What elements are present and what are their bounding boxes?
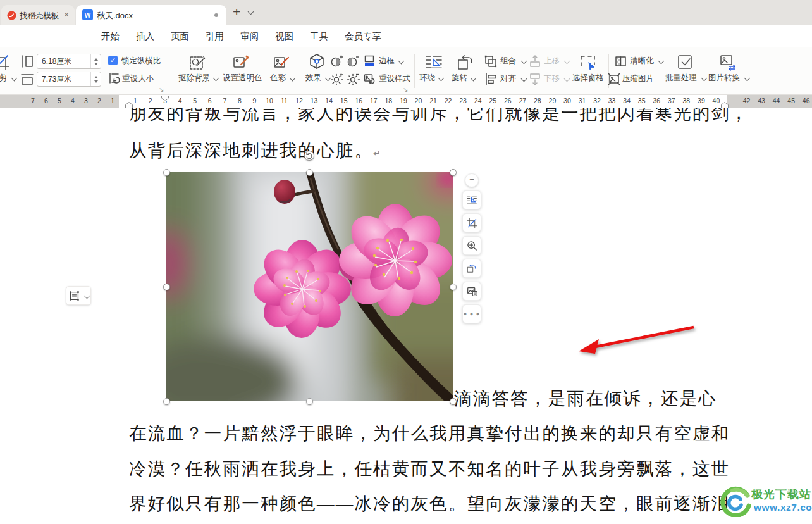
align-label[interactable]: 对齐 [500,73,516,84]
resize-handle-s[interactable] [306,398,313,405]
left-indent-marker[interactable] [125,102,133,108]
menu-item-视图[interactable]: 视图 [275,30,293,42]
right-indent-marker[interactable] [721,102,729,108]
paragraph-text[interactable]: 界好似只有那一种颜色——冰冷的灰色。望向灰濛濛的天空，眼前逐渐泪 [129,492,730,516]
tab-docer-templates[interactable]: 找稻壳模板 × [1,5,75,25]
document-image-plum-blossom[interactable] [166,172,453,401]
border-label[interactable]: 边框 [379,56,395,66]
float-more-button[interactable]: ● ● ● [462,304,481,323]
layout-options-button[interactable] [66,286,91,305]
step-down-icon[interactable] [94,80,98,83]
menu-item-审阅[interactable]: 审阅 [240,30,259,42]
paragraph-text[interactable]: 冷漠？任秋雨洒在我身上，任枯黄而又不知名的叶子从我身旁飘落，这世 [129,457,730,481]
width-stepper[interactable] [90,72,101,86]
lock-aspect-label[interactable]: 锁定纵横比 [121,56,161,66]
step-up-icon[interactable] [94,58,98,61]
effects-label[interactable]: 效果 [305,73,321,83]
width-input[interactable]: 7.73厘米 [37,72,101,87]
lock-aspect-checkbox[interactable]: ✓ [108,56,118,65]
menu-item-插入[interactable]: 插入 [136,30,154,42]
clarify-icon[interactable] [615,55,627,68]
resize-handle-e[interactable] [450,284,457,290]
bring-forward-icon[interactable] [529,55,541,68]
menu-item-页面[interactable]: 页面 [171,30,189,42]
compress-picture-icon[interactable] [608,73,620,85]
horizontal-ruler[interactable]: 7654321123456789101112131415161718192021… [0,95,812,109]
color-chevron-icon[interactable] [290,75,296,82]
resize-handle-ne[interactable] [450,169,457,176]
height-stepper[interactable] [90,54,101,68]
set-transparent-color-icon[interactable] [233,54,250,72]
color-label[interactable]: 色彩 [270,73,286,83]
align-icon[interactable] [484,73,497,85]
rotate-icon[interactable] [457,54,474,71]
border-chevron-icon[interactable] [398,58,405,65]
reset-style-label[interactable]: 重设样式 [379,73,410,84]
size-dialog-launcher[interactable]: ↘ [159,87,164,93]
paragraph-text[interactable]: 滴滴答答，是雨在倾诉，还是心 [454,387,717,411]
crop-icon[interactable] [0,53,10,71]
group-icon[interactable] [484,55,497,68]
picture-convert-label[interactable]: 图片转换 [708,73,740,83]
close-icon[interactable]: × [64,10,69,19]
contrast-increase-icon[interactable] [331,55,343,68]
document-canvas[interactable]: 朋友的背叛与流言，家人的误会与训斥，它们就像是一把把闪着寒光的剑， 从背后深深地… [0,108,812,524]
resize-handle-n[interactable] [306,169,313,176]
clarify-label[interactable]: 清晰化 [630,56,654,66]
effects-icon[interactable] [308,53,326,71]
selection-pane-icon[interactable] [579,54,597,71]
float-zoom-button[interactable] [462,236,481,255]
width-value[interactable]: 7.73厘米 [37,74,90,85]
effects-chevron-icon[interactable] [325,75,331,82]
batch-process-icon[interactable] [677,54,693,70]
reset-style-icon[interactable] [364,73,376,85]
float-picture-convert-button[interactable] [462,282,481,301]
float-crop-button[interactable] [462,213,481,232]
paragraph-text-line[interactable]: 从背后深深地刺进我的心脏。 [129,140,373,160]
picture-convert-chevron-icon[interactable] [744,75,751,82]
layout-options-chevron-icon[interactable] [84,292,90,299]
color-icon[interactable] [273,54,291,72]
rotate-label[interactable]: 旋转 [452,73,467,83]
adjust-dialog-launcher[interactable]: ↘ [403,87,408,93]
menu-item-工具[interactable]: 工具 [310,30,328,42]
float-wrap-button[interactable] [462,190,481,209]
batch-process-label[interactable]: 批量处理 [665,73,697,83]
float-rotate-button[interactable] [462,259,481,278]
wrap-chevron-icon[interactable] [438,75,445,82]
reset-size-icon[interactable] [108,72,120,84]
tab-document-qiutian[interactable]: W 秋天.docx [76,5,226,25]
paragraph-text[interactable]: 朋友的背叛与流言，家人的误会与训斥，它们就像是一把把闪着寒光的剑， [129,108,749,125]
selection-pane-label[interactable]: 选择窗格 [572,73,604,83]
paragraph-text[interactable]: 从背后深深地刺进我的心脏。↵ [129,139,381,165]
menu-item-开始[interactable]: 开始 [101,30,120,42]
picture-convert-icon[interactable] [720,54,737,71]
crop-chevron-icon[interactable] [11,75,18,82]
remove-background-label[interactable]: 抠除背景 [178,73,210,83]
paragraph-text[interactable]: 在流血？一片黯然浮于眼眸，为什么我用真挚付出的换来的却只有空虚和 [129,421,730,446]
wrap-label[interactable]: 环绕 [419,73,435,83]
first-line-indent-marker[interactable] [161,96,169,101]
height-value[interactable]: 6.18厘米 [37,56,90,67]
set-transparent-color-label[interactable]: 设置透明色 [223,73,262,83]
crop-label[interactable]: 裁剪 [0,73,7,83]
resize-handle-sw[interactable] [163,398,170,405]
group-chevron-icon[interactable] [521,58,527,65]
clarify-chevron-icon[interactable] [658,58,665,65]
contrast-decrease-icon[interactable] [347,55,360,68]
reset-size-label[interactable]: 重设大小 [122,73,154,84]
menu-item-会员专享[interactable]: 会员专享 [345,30,381,42]
rotate-handle[interactable] [304,151,314,161]
rotate-chevron-icon[interactable] [471,75,477,82]
step-down-icon[interactable] [94,63,98,65]
tab-list-chevron-icon[interactable] [248,9,254,15]
remove-background-icon[interactable] [188,54,206,72]
new-tab-button[interactable]: + [233,5,240,18]
step-up-icon[interactable] [94,76,98,78]
group-label[interactable]: 组合 [500,56,516,66]
resize-handle-nw[interactable] [163,169,170,176]
resize-handle-w[interactable] [163,284,170,290]
brightness-decrease-icon[interactable] [347,73,360,85]
menu-item-引用[interactable]: 引用 [206,30,224,42]
brightness-increase-icon[interactable] [331,73,343,85]
